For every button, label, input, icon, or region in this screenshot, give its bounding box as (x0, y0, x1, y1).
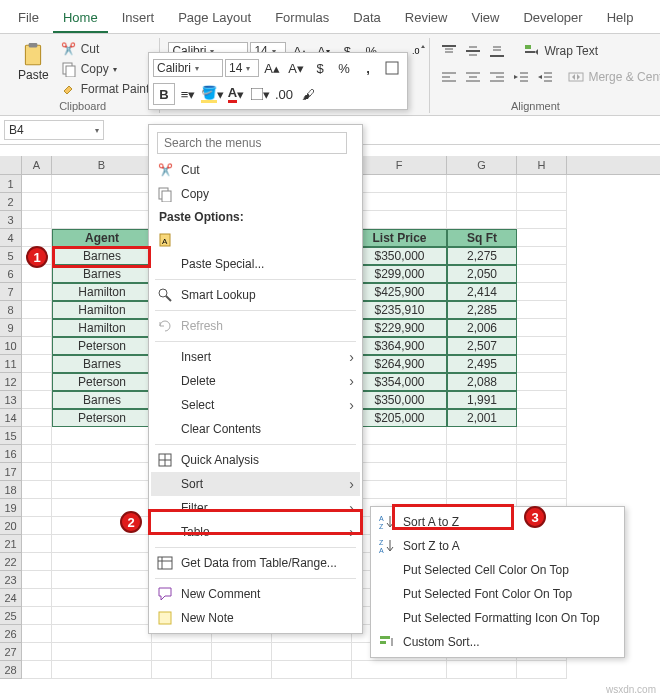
cell[interactable] (517, 427, 567, 445)
ctx-sort[interactable]: Sort (151, 472, 360, 496)
row-header[interactable]: 5 (0, 247, 22, 265)
cell[interactable] (22, 193, 52, 211)
cell[interactable] (517, 355, 567, 373)
cell[interactable] (517, 463, 567, 481)
cell[interactable]: $350,000 (352, 391, 447, 409)
row-header[interactable]: 10 (0, 337, 22, 355)
align-right-button[interactable] (486, 66, 508, 88)
mini-font-name[interactable]: Calibri▾ (153, 59, 223, 77)
row-header[interactable]: 3 (0, 211, 22, 229)
cell[interactable] (22, 355, 52, 373)
sort-a-to-z[interactable]: AZSort A to Z (373, 510, 622, 534)
cell[interactable]: Barnes (52, 391, 152, 409)
row-header[interactable]: 13 (0, 391, 22, 409)
paste-button[interactable]: Paste (14, 40, 53, 84)
cell[interactable] (22, 499, 52, 517)
ctx-cut[interactable]: ✂️Cut (151, 158, 360, 182)
row-header[interactable]: 15 (0, 427, 22, 445)
ctx-insert[interactable]: Insert (151, 345, 360, 369)
cell[interactable] (22, 661, 52, 679)
cell[interactable]: Peterson (52, 337, 152, 355)
cell[interactable] (152, 643, 212, 661)
cell[interactable] (52, 571, 152, 589)
cell[interactable]: Barnes (52, 247, 152, 265)
tab-file[interactable]: File (8, 6, 49, 33)
mini-font-color[interactable]: A▾ (225, 83, 247, 105)
align-bottom-button[interactable] (486, 40, 508, 62)
cell[interactable] (447, 481, 517, 499)
col-header-A[interactable]: A (22, 156, 52, 174)
mini-currency[interactable]: $ (309, 57, 331, 79)
cell[interactable] (447, 661, 517, 679)
cell[interactable] (52, 625, 152, 643)
sort-z-to-a[interactable]: ZASort Z to A (373, 534, 622, 558)
row-header[interactable]: 11 (0, 355, 22, 373)
cell[interactable] (52, 643, 152, 661)
cell[interactable] (212, 661, 272, 679)
mini-comma[interactable]: , (357, 57, 379, 79)
cell[interactable] (22, 517, 52, 535)
ctx-paste-special[interactable]: Paste Special... (151, 252, 360, 276)
ctx-clear-contents[interactable]: Clear Contents (151, 417, 360, 441)
mini-percent[interactable]: % (333, 57, 355, 79)
cell[interactable]: $205,000 (352, 409, 447, 427)
cell[interactable]: Hamilton (52, 319, 152, 337)
align-center-button[interactable] (462, 66, 484, 88)
cell[interactable] (52, 481, 152, 499)
mini-grow-font[interactable]: A▴ (261, 57, 283, 79)
row-header[interactable]: 2 (0, 193, 22, 211)
cell[interactable]: $299,000 (352, 265, 447, 283)
tab-view[interactable]: View (461, 6, 509, 33)
row-header[interactable]: 18 (0, 481, 22, 499)
row-header[interactable]: 12 (0, 373, 22, 391)
cell[interactable]: Agent (52, 229, 152, 247)
ctx-smart-lookup[interactable]: Smart Lookup (151, 283, 360, 307)
cell[interactable]: 2,088 (447, 373, 517, 391)
row-header[interactable]: 25 (0, 607, 22, 625)
copy-button[interactable]: Copy ▾ (59, 60, 152, 78)
mini-borders[interactable]: ▾ (249, 83, 271, 105)
mini-align[interactable]: ≡▾ (177, 83, 199, 105)
cell[interactable]: $364,900 (352, 337, 447, 355)
cell[interactable] (52, 589, 152, 607)
row-header[interactable]: 26 (0, 625, 22, 643)
cell[interactable] (22, 427, 52, 445)
cell[interactable] (22, 211, 52, 229)
ctx-filter[interactable]: Filter (151, 496, 360, 520)
sort-cell-color[interactable]: Put Selected Cell Color On Top (373, 558, 622, 582)
cell[interactable] (447, 193, 517, 211)
cell[interactable] (52, 607, 152, 625)
row-header[interactable]: 6 (0, 265, 22, 283)
cell[interactable]: 2,495 (447, 355, 517, 373)
cell[interactable] (447, 427, 517, 445)
cell[interactable] (22, 553, 52, 571)
ctx-copy[interactable]: Copy (151, 182, 360, 206)
cell[interactable] (352, 211, 447, 229)
align-left-button[interactable] (438, 66, 460, 88)
cell[interactable]: Barnes (52, 265, 152, 283)
mini-bold[interactable]: B (153, 83, 175, 105)
cell[interactable] (272, 643, 352, 661)
format-painter-button[interactable]: Format Paint (59, 80, 152, 98)
cell[interactable] (517, 409, 567, 427)
mini-dec-decimal[interactable]: .00 (273, 83, 295, 105)
mini-conditional[interactable] (381, 57, 403, 79)
ctx-get-data[interactable]: Get Data from Table/Range... (151, 551, 360, 575)
align-top-button[interactable] (438, 40, 460, 62)
cell[interactable] (22, 607, 52, 625)
cell[interactable] (447, 445, 517, 463)
cell[interactable] (212, 643, 272, 661)
cell[interactable] (352, 175, 447, 193)
cell[interactable] (22, 481, 52, 499)
cell[interactable] (22, 319, 52, 337)
cell[interactable] (272, 661, 352, 679)
cell[interactable] (447, 175, 517, 193)
wrap-text-button[interactable]: Wrap Text (522, 42, 600, 60)
cell[interactable] (52, 211, 152, 229)
row-header[interactable]: 17 (0, 463, 22, 481)
sort-custom[interactable]: Custom Sort... (373, 630, 622, 654)
cell[interactable]: Peterson (52, 373, 152, 391)
mini-font-size[interactable]: 14▾ (225, 59, 259, 77)
cell[interactable] (517, 229, 567, 247)
cell[interactable]: 2,414 (447, 283, 517, 301)
